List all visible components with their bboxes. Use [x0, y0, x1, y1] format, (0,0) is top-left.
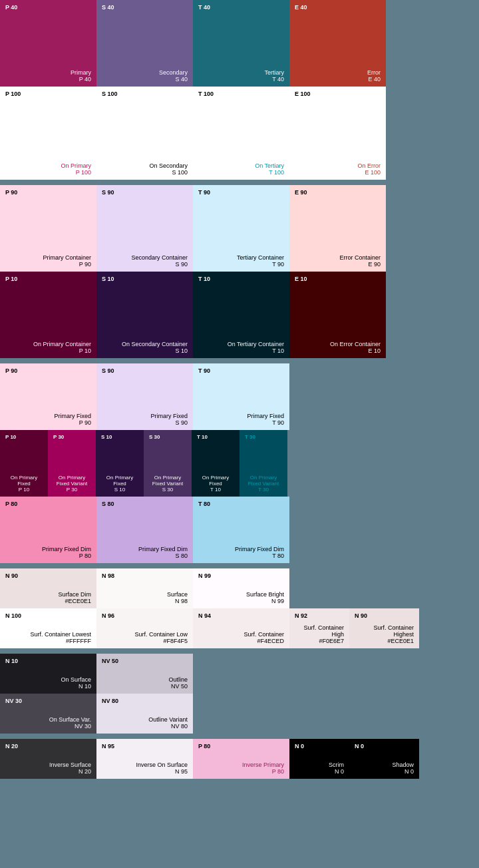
n0-scrim-cell: N 0 ScrimN 0 [289, 739, 349, 779]
row-on-primary-fixed: P 10 On PrimaryFixedP 10 P 30 On Primary… [0, 430, 479, 497]
s10-top-label: S 10 [102, 276, 188, 282]
t40-top-label: T 40 [198, 4, 284, 11]
n0-shadow-bottom: ShadowN 0 [392, 761, 414, 775]
n10-cell: N 10 On SurfaceN 10 [0, 654, 96, 694]
n20-bottom: Inverse SurfaceN 20 [49, 761, 91, 775]
p80-inverse-top: P 80 [198, 743, 284, 750]
e90-bottom-label: Error ContainerE 90 [339, 254, 381, 268]
op-s10-cell: S 10 On PrimaryFixedS 10 [96, 430, 144, 497]
op-t30-cell: T 30 On PrimaryFixed VariantT 30 [240, 430, 287, 497]
n99-cell: N 99 Surface BrightN 99 [193, 568, 289, 608]
sf90-top-label: S 90 [102, 367, 188, 374]
e100-top-label: E 100 [295, 91, 381, 97]
nv80-cell: NV 80 Outline VariantNV 80 [96, 694, 193, 734]
op-p30-cell: P 30 On PrimaryFixed VariantP 30 [48, 430, 96, 497]
p40-top-label: P 40 [5, 4, 91, 11]
tf90-cell: T 90 Primary FixedT 90 [193, 363, 289, 430]
op-t30-label: On PrimaryFixed VariantT 30 [248, 475, 279, 493]
pfd-p80-bottom: Primary Fixed DimP 80 [42, 546, 91, 559]
n90-cell: N 90 Surface Dim#ECE0E1 [0, 568, 96, 608]
n90b-bottom: Surf. Container Highest#ECE0E1 [355, 624, 414, 644]
s40-cell: S 40 SecondaryS 40 [96, 0, 193, 87]
row-on-surface-var: NV 30 On Surface Var.NV 30 NV 80 Outline… [0, 694, 479, 734]
p100-bottom-label: On PrimaryP 100 [61, 162, 91, 176]
t90-top-label: T 90 [198, 189, 284, 196]
n20-cell: N 20 Inverse SurfaceN 20 [0, 739, 96, 779]
nv30-top: NV 30 [5, 698, 91, 704]
gap5 [0, 734, 479, 739]
n90-top: N 90 [5, 572, 91, 579]
pfd-t80-top: T 80 [198, 501, 284, 507]
n99-bottom: Surface BrightN 99 [246, 591, 284, 604]
op-p10-label: On PrimaryFixedP 10 [11, 475, 37, 493]
op-p10-top: P 10 [5, 434, 43, 440]
row-10-on-container: P 10 On Primary ContainerP 10 S 10 On Se… [0, 272, 479, 358]
n99-top: N 99 [198, 572, 284, 579]
op-s10-top: S 10 [101, 434, 138, 440]
s90-cell: S 90 Secondary ContainerS 90 [96, 185, 193, 272]
p80-inverse-bottom: Inverse PrimaryP 80 [242, 761, 284, 775]
p100-cell: P 100 On PrimaryP 100 [0, 87, 96, 180]
n96-cell: N 96 Surf. Container Low#F8F4F5 [96, 608, 193, 648]
t90-bottom-label: Tertiary ContainerT 90 [237, 254, 284, 268]
n92-cell: N 92 Surf. Container High#F0E6E7 [289, 608, 349, 648]
sf90-bottom-label: Primary FixedS 90 [150, 413, 188, 426]
p10-cell: P 10 On Primary ContainerP 10 [0, 272, 96, 358]
p40-cell: P 40 PrimaryP 40 [0, 0, 96, 87]
nv30-cell: NV 30 On Surface Var.NV 30 [0, 694, 96, 734]
e40-bottom-label: ErrorE 40 [367, 69, 381, 83]
s100-top-label: S 100 [102, 91, 188, 97]
t10-top-label: T 10 [198, 276, 284, 282]
e10-bottom-label: On Error ContainerE 10 [330, 341, 381, 354]
n95-cell: N 95 Inverse On SurfaceN 95 [96, 739, 193, 779]
n98-top: N 98 [102, 572, 188, 579]
s40-bottom-label: SecondaryS 40 [159, 69, 188, 83]
op-p30-top: P 30 [53, 434, 90, 440]
op-p30-label: On PrimaryFixed VariantP 30 [57, 475, 88, 493]
tf90-bottom-label: Primary FixedT 90 [247, 413, 284, 426]
op-t10-cell: T 10 On PrimaryFixedT 10 [192, 430, 240, 497]
op-s30-cell: S 30 On PrimaryFixed VariantS 30 [144, 430, 192, 497]
op-t30-top: T 30 [245, 434, 282, 440]
t40-bottom-label: TertiaryT 40 [264, 69, 284, 83]
n94-cell: N 94 Surf. Container#F4ECED [193, 608, 289, 648]
op-s10-label: On PrimaryFixedS 10 [106, 475, 133, 493]
p90-cell: P 90 Primary ContainerP 90 [0, 185, 96, 272]
n0-scrim-bottom: ScrimN 0 [329, 761, 344, 775]
nv30-bottom: On Surface Var.NV 30 [49, 716, 91, 730]
pfd-p80-top: P 80 [5, 501, 91, 507]
n0-shadow-top: N 0 [355, 743, 414, 750]
row-surface-container: N 100 Surf. Container Lowest#FFFFFF N 96… [0, 608, 479, 648]
n95-top: N 95 [102, 743, 188, 750]
s100-bottom-label: On SecondaryS 100 [149, 162, 188, 176]
p10-top-label: P 10 [5, 276, 91, 282]
e100-cell: E 100 On ErrorE 100 [289, 87, 386, 180]
nv50-top: NV 50 [102, 658, 188, 664]
nv50-bottom: OutlineNV 50 [168, 676, 188, 690]
nv80-top: NV 80 [102, 698, 188, 704]
op-p10-cell: P 10 On PrimaryFixedP 10 [0, 430, 48, 497]
e10-top-label: E 10 [295, 276, 381, 282]
t40-cell: T 40 TertiaryT 40 [193, 0, 289, 87]
row-90-container: P 90 Primary ContainerP 90 S 90 Secondar… [0, 185, 479, 272]
t100-cell: T 100 On TertiaryT 100 [193, 87, 289, 180]
p100-top-label: P 100 [5, 91, 91, 97]
p90-bottom-label: Primary ContainerP 90 [43, 254, 91, 268]
p90-top-label: P 90 [5, 189, 91, 196]
op-t10-top: T 10 [197, 434, 234, 440]
n100-top: N 100 [5, 612, 91, 619]
pfd-t80-bottom: Primary Fixed DimT 80 [235, 546, 284, 559]
row-inverse: N 20 Inverse SurfaceN 20 N 95 Inverse On… [0, 739, 479, 779]
n90b-top: N 90 [355, 612, 414, 619]
n20-top: N 20 [5, 743, 91, 750]
pfd-s80-cell: S 80 Primary Fixed DimS 80 [96, 497, 193, 563]
e100-bottom-label: On ErrorE 100 [357, 162, 381, 176]
tf90-top-label: T 90 [198, 367, 284, 374]
gap4 [0, 648, 479, 654]
n95-bottom: Inverse On SurfaceN 95 [136, 761, 188, 775]
op-t10-label: On PrimaryFixedT 10 [202, 475, 229, 493]
row-100: P 100 On PrimaryP 100 S 100 On Secondary… [0, 87, 479, 180]
n100-cell: N 100 Surf. Container Lowest#FFFFFF [0, 608, 96, 648]
n92-top: N 92 [295, 612, 344, 619]
e10-cell: E 10 On Error ContainerE 10 [289, 272, 386, 358]
